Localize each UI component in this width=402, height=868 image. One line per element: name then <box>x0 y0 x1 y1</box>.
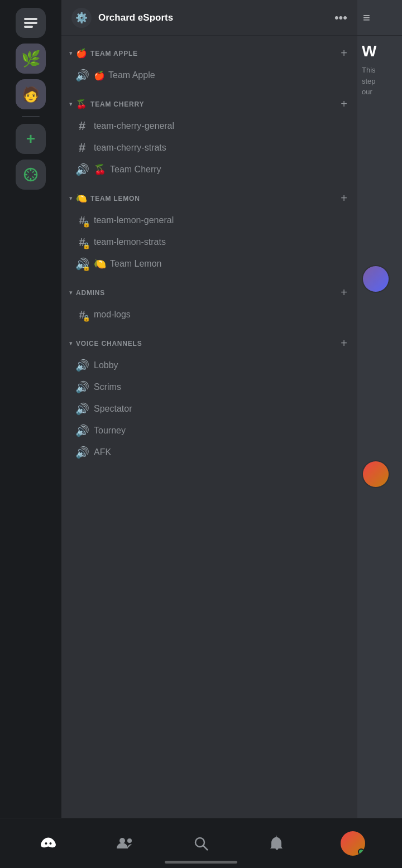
channel-name: Tourney <box>94 426 126 436</box>
right-panel-title: W <box>362 42 398 60</box>
server-divider <box>22 116 40 117</box>
channel-team-lemon-general[interactable]: # 🔒 team-lemon-general <box>66 210 353 231</box>
add-channel-team-lemon[interactable]: + <box>337 191 351 206</box>
channel-name: Spectator <box>94 404 132 414</box>
chevron-icon: ▾ <box>69 195 73 202</box>
channel-name: Lobby <box>94 360 118 370</box>
svg-line-11 <box>32 177 34 179</box>
channel-team-lemon-voice[interactable]: 🔊 🔒 🍋 Team Lemon <box>66 253 353 274</box>
server-icon-2[interactable]: 🧑 <box>16 79 46 109</box>
channel-scrims[interactable]: 🔊 Scrims <box>66 377 353 398</box>
channel-name: 🍒 Team Cherry <box>94 163 161 176</box>
hash-lock-icon: # 🔒 <box>76 236 88 248</box>
nav-home[interactable] <box>32 835 66 852</box>
hash-lock-icon: # 🔒 <box>76 214 88 226</box>
category-name-team-apple: TEAM APPLE <box>90 50 138 57</box>
server-options-button[interactable]: ••• <box>334 11 347 25</box>
server-name: Orchard eSports <box>98 12 173 23</box>
speaker-icon: 🔊 <box>76 403 88 415</box>
svg-rect-2 <box>24 26 33 28</box>
svg-point-14 <box>195 838 204 847</box>
speaker-icon: 🔊 <box>76 425 88 437</box>
category-name-team-cherry: TEAM CHERRY <box>90 100 144 108</box>
category-voice-channels[interactable]: ▾ VOICE CHANNELS + <box>61 326 357 354</box>
svg-line-10 <box>27 177 29 179</box>
add-server-button[interactable]: + <box>16 124 46 154</box>
user-avatar <box>341 831 365 856</box>
channel-name: team-cherry-strats <box>94 143 166 153</box>
online-status-dot <box>358 848 365 855</box>
channel-mod-logs[interactable]: # 🔒 mod-logs <box>66 304 353 325</box>
channel-name: 🍋 Team Lemon <box>94 258 162 270</box>
svg-point-13 <box>127 838 132 843</box>
category-team-apple[interactable]: ▾ 🍎 TEAM APPLE + <box>61 36 357 64</box>
nav-search[interactable] <box>184 836 218 851</box>
add-channel-team-apple[interactable]: + <box>337 46 351 61</box>
channel-name: team-cherry-general <box>94 121 174 131</box>
server-header[interactable]: ⚙️ Orchard eSports ••• <box>61 0 357 36</box>
channel-name: AFK <box>94 447 111 457</box>
category-name-voice-channels: VOICE CHANNELS <box>76 340 142 348</box>
speaker-lock-icon: 🔊 🔒 <box>76 258 88 270</box>
category-name-admins: ADMINS <box>76 289 105 297</box>
category-name-team-lemon: TEAM LEMON <box>90 195 140 202</box>
category-admins[interactable]: ▾ ADMINS + <box>61 275 357 303</box>
right-panel-header: ≡ <box>357 0 402 36</box>
hash-icon: # <box>76 120 88 132</box>
channel-name: 🍎 Team Apple <box>94 70 155 81</box>
home-button[interactable] <box>16 8 46 38</box>
server-sidebar: 🌿 🧑 + <box>0 0 61 831</box>
svg-line-8 <box>27 171 29 173</box>
svg-point-12 <box>119 838 125 843</box>
channel-spectator[interactable]: 🔊 Spectator <box>66 398 353 419</box>
server-icon-orchard[interactable]: 🌿 <box>16 44 46 74</box>
speaker-icon: 🔊 <box>76 69 88 81</box>
category-team-lemon[interactable]: ▾ 🍋 TEAM LEMON + <box>61 181 357 209</box>
speaker-icon: 🔊 <box>76 381 88 393</box>
channel-team-cherry-strats[interactable]: # team-cherry-strats <box>66 137 353 158</box>
chevron-icon: ▾ <box>69 340 73 347</box>
category-team-cherry[interactable]: ▾ 🍒 TEAM CHERRY + <box>61 86 357 115</box>
hamburger-icon[interactable]: ≡ <box>363 11 370 25</box>
add-channel-voice[interactable]: + <box>337 336 351 351</box>
chevron-icon: ▾ <box>69 289 73 296</box>
svg-line-9 <box>32 171 34 173</box>
nav-friends[interactable] <box>108 836 142 851</box>
chevron-icon: ▾ <box>69 50 73 57</box>
speaker-icon: 🔊 <box>76 163 88 176</box>
svg-line-15 <box>203 846 208 850</box>
home-indicator <box>165 861 237 864</box>
channel-tourney[interactable]: 🔊 Tourney <box>66 420 353 441</box>
channel-afk[interactable]: 🔊 AFK <box>66 442 353 463</box>
add-channel-admins[interactable]: + <box>337 285 351 300</box>
channel-name: team-lemon-strats <box>94 237 166 247</box>
hash-icon: # <box>76 142 88 154</box>
right-panel-text: Thisstepour <box>362 65 398 98</box>
channel-team-cherry-general[interactable]: # team-cherry-general <box>66 115 353 137</box>
svg-rect-0 <box>24 18 37 20</box>
speaker-icon: 🔊 <box>76 446 88 459</box>
channel-team-lemon-strats[interactable]: # 🔒 team-lemon-strats <box>66 232 353 253</box>
svg-rect-1 <box>24 22 37 24</box>
channel-team-cherry-voice[interactable]: 🔊 🍒 Team Cherry <box>66 159 353 180</box>
server-header-icon: ⚙️ <box>71 8 92 28</box>
right-panel-content: W Thisstepour <box>357 36 402 495</box>
speaker-icon: 🔊 <box>76 359 88 372</box>
right-panel: ≡ W Thisstepour <box>357 0 402 831</box>
channel-name: team-lemon-general <box>94 215 174 225</box>
nav-profile[interactable] <box>336 831 370 856</box>
server-header-left: ⚙️ Orchard eSports <box>71 8 173 28</box>
chevron-icon: ▾ <box>69 100 73 108</box>
nav-notifications[interactable] <box>260 836 294 851</box>
browse-servers-button[interactable] <box>16 160 46 190</box>
channel-lobby[interactable]: 🔊 Lobby <box>66 355 353 376</box>
channel-team-apple[interactable]: 🔊 🍎 Team Apple <box>66 65 353 86</box>
add-channel-team-cherry[interactable]: + <box>337 97 351 112</box>
channel-name: mod-logs <box>94 310 131 320</box>
channel-list: ⚙️ Orchard eSports ••• ▾ 🍎 TEAM APPLE + … <box>61 0 357 831</box>
channel-name: Scrims <box>94 382 121 392</box>
hash-lock-icon: # 🔒 <box>76 308 88 321</box>
